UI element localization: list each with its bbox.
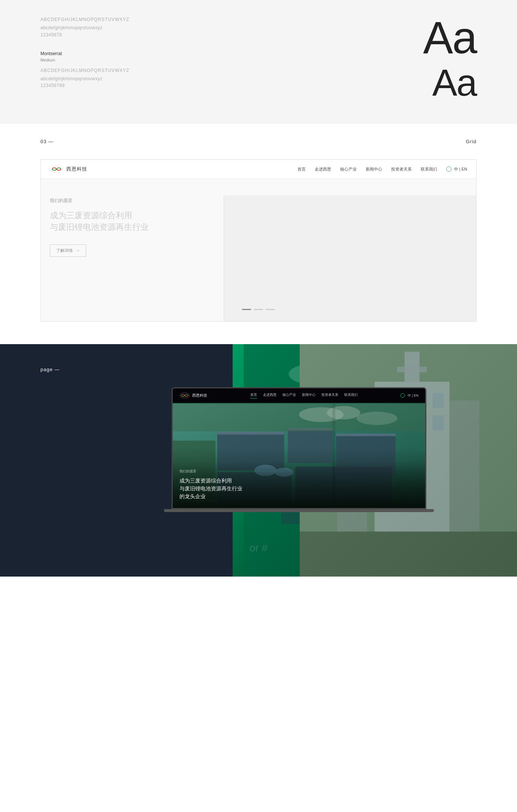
numerals-2: 123456789 [40, 83, 228, 88]
numerals-1: 12345678 [40, 32, 228, 37]
screen-title-line2: 与废旧锂电池资源再生行业 [179, 485, 242, 491]
globe-icon [446, 166, 451, 172]
hash-or-text: or # [250, 542, 267, 554]
uppercase-chars-2: ABCDEFGHIJKLMNOPQRSTUVWXYZ [40, 66, 228, 75]
nav-lang-switcher[interactable]: 中 | EN [446, 166, 467, 172]
screen-title-line3: 的龙头企业 [179, 493, 206, 499]
wireframe-nav-links: 首页 走进西恩 核心产业 新闻中心 投资者关系 联系我们 中 | EN [297, 166, 467, 172]
screen-lang-switcher[interactable]: 中 | EN [400, 393, 418, 398]
wireframe-learn-more-btn[interactable]: 了解详情 → [50, 244, 86, 257]
lowercase-chars-2: abcdefghijklmnopqrstuvwxyz [40, 75, 228, 83]
svg-rect-32 [450, 400, 480, 532]
screen-nav-core[interactable]: 核心产业 [282, 393, 296, 399]
wireframe-hero: 我们的愿景 成为三废资源综合利用与废旧锂电池资源再生行业 了解详情 → [41, 179, 476, 321]
nav-lang-text: 中 | EN [454, 166, 467, 172]
nav-link-about[interactable]: 走进西恩 [315, 166, 331, 172]
svg-rect-44 [217, 432, 284, 435]
dot-3[interactable] [266, 309, 275, 310]
font-name-label: Montserrat [40, 51, 228, 56]
font-weight-label: Medium [40, 58, 228, 62]
learn-more-label: 了解详情 [56, 248, 73, 253]
type-sample-2: Montserrat Medium ABCDEFGHIJKLMNOPQRSTUV… [40, 51, 228, 88]
screen-title-line1: 成为三废资源综合利用 [179, 478, 232, 484]
logo-icon [50, 165, 63, 173]
laptop-screen: 西恩科技 首页 走进西恩 核心产业 新闻中心 投资者关系 联系我们 中 | EN [172, 387, 426, 509]
screen-globe-icon [400, 393, 405, 398]
screen-nav-links: 首页 走进西恩 核心产业 新闻中心 投资者关系 联系我们 [250, 393, 358, 399]
screen-hero-content: 我们的愿景 成为三废资源综合利用 与废旧锂电池资源再生行业 的龙头企业 [173, 461, 425, 508]
screen-hero-subtitle: 我们的愿景 [179, 469, 418, 474]
svg-rect-28 [433, 415, 444, 430]
screen-logo-icon [179, 392, 190, 399]
page-label: page — [40, 367, 60, 372]
section-number: 03 — [40, 139, 54, 144]
svg-rect-30 [397, 367, 427, 372]
wireframe-logo-text: 西恩科技 [66, 166, 87, 172]
screen-nav-news[interactable]: 新闻中心 [302, 393, 315, 399]
wireframe-mockup: 西恩科技 首页 走进西恩 核心产业 新闻中心 投资者关系 联系我们 中 | EN… [40, 159, 477, 322]
screen-lang-text: 中 | EN [408, 393, 418, 398]
page-section: page — 西恩科技 首页 走进西恩 核心产业 新闻中心 [0, 344, 517, 577]
type-right: Aa Aa [423, 15, 477, 101]
svg-rect-52 [173, 403, 425, 431]
arrow-icon: → [76, 248, 80, 253]
type-left: ABCDEFGHIJKLMNOPQRSTUVWXYZ abcdefghijklm… [40, 15, 228, 101]
screen-navbar: 西恩科技 首页 走进西恩 核心产业 新闻中心 投资者关系 联系我们 中 | EN [173, 388, 425, 403]
dot-1[interactable] [242, 309, 251, 310]
uppercase-chars-1: ABCDEFGHIJKLMNOPQRSTUVWXYZ [40, 15, 228, 24]
wireframe-hero-content: 我们的愿景 成为三废资源综合利用与废旧锂电池资源再生行业 了解详情 → [41, 179, 476, 257]
wireframe-logo: 西恩科技 [50, 165, 87, 173]
nav-link-investor[interactable]: 投资者关系 [391, 166, 412, 172]
svg-rect-46 [336, 434, 396, 436]
screen-hero-title: 成为三废资源综合利用 与废旧锂电池资源再生行业 的龙头企业 [179, 477, 292, 500]
wireframe-nav: 西恩科技 首页 走进西恩 核心产业 新闻中心 投资者关系 联系我们 中 | EN [41, 160, 476, 179]
aa-display-medium: Aa [432, 64, 477, 101]
laptop-mockup: 西恩科技 首页 走进西恩 核心产业 新闻中心 投资者关系 联系我们 中 | EN [172, 387, 426, 512]
wireframe-hero-subtitle: 我们的愿景 [50, 198, 467, 204]
type-sample-1: ABCDEFGHIJKLMNOPQRSTUVWXYZ abcdefghijklm… [40, 15, 228, 37]
screen-logo: 西恩科技 [179, 392, 207, 399]
screen-nav-contact[interactable]: 联系我们 [344, 393, 358, 399]
aa-display-large: Aa [423, 15, 477, 60]
screen-nav-investor[interactable]: 投资者关系 [321, 393, 338, 399]
svg-rect-33 [300, 532, 517, 577]
lowercase-chars-1: abcdefghijklmnopqrstuvwxyz [40, 24, 228, 32]
nav-link-news[interactable]: 新闻中心 [366, 166, 382, 172]
nav-link-core[interactable]: 核心产业 [340, 166, 357, 172]
grid-label: Grid [466, 139, 477, 144]
laptop-base [164, 509, 434, 512]
bottom-spacer [0, 577, 517, 607]
dot-2[interactable] [254, 309, 263, 310]
nav-link-contact[interactable]: 联系我们 [421, 166, 437, 172]
screen-nav-home[interactable]: 首页 [250, 393, 257, 399]
typography-section: ABCDEFGHIJKLMNOPQRSTUVWXYZ abcdefghijklm… [0, 0, 517, 124]
svg-rect-24 [433, 393, 444, 408]
nav-link-home[interactable]: 首页 [297, 166, 306, 172]
wireframe-pagination [242, 309, 275, 310]
section-header: 03 — Grid [0, 139, 517, 144]
screen-nav-about[interactable]: 走进西恩 [263, 393, 276, 399]
screen-hero: 我们的愿景 成为三废资源综合利用 与废旧锂电池资源再生行业 的龙头企业 [173, 403, 425, 508]
screen-logo-text: 西恩科技 [192, 393, 207, 398]
wireframe-hero-title: 成为三废资源综合利用与废旧锂电池资源再生行业 [50, 210, 170, 233]
grid-section: 03 — Grid [0, 124, 517, 344]
